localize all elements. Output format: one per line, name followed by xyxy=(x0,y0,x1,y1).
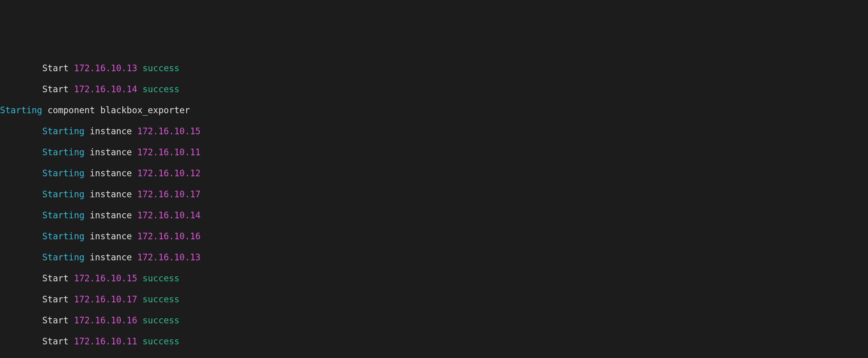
starting-label: Starting xyxy=(42,126,84,136)
instance-label: instance xyxy=(85,168,137,178)
instance-label: instance xyxy=(85,231,137,241)
starting-instance-row: Starting instance 172.16.10.15 xyxy=(0,126,868,137)
ip-address: 172.16.10.12 xyxy=(137,168,201,178)
component-name: component blackbox_exporter xyxy=(42,105,190,115)
ip-address: 172.16.10.14 xyxy=(137,210,201,220)
ip-address: 172.16.10.16 xyxy=(137,231,201,241)
start-success-row: Start 172.16.10.13 success xyxy=(0,63,868,74)
starting-label: Starting xyxy=(42,210,84,220)
status-success: success xyxy=(143,315,180,325)
start-success-row: Start 172.16.10.11 success xyxy=(0,336,868,347)
ip-address: 172.16.10.17 xyxy=(74,294,138,304)
starting-label: Starting xyxy=(0,105,42,115)
starting-instance-row: Starting instance 172.16.10.12 xyxy=(0,168,868,179)
instance-label: instance xyxy=(85,252,137,262)
ip-address: 172.16.10.17 xyxy=(137,189,201,199)
starting-instance-row: Starting instance 172.16.10.17 xyxy=(0,189,868,200)
action-label: Start xyxy=(42,336,69,346)
ip-address: 172.16.10.15 xyxy=(74,273,138,283)
starting-component-row: Starting component blackbox_exporter xyxy=(0,105,868,116)
start-success-row: Start 172.16.10.16 success xyxy=(0,315,868,326)
action-label: Start xyxy=(42,84,69,94)
action-label: Start xyxy=(42,63,69,73)
starting-instance-row: Starting instance 172.16.10.14 xyxy=(0,210,868,221)
status-success: success xyxy=(143,336,180,346)
terminal-output[interactable]: Start 172.16.10.13 success Start 172.16.… xyxy=(0,53,868,358)
status-success: success xyxy=(143,273,180,283)
starting-label: Starting xyxy=(42,252,84,262)
status-success: success xyxy=(143,63,180,73)
ip-address: 172.16.10.15 xyxy=(137,126,201,136)
status-success: success xyxy=(143,294,180,304)
status-success: success xyxy=(143,84,180,94)
instance-label: instance xyxy=(85,189,137,199)
action-label: Start xyxy=(42,315,69,325)
instance-label: instance xyxy=(85,126,137,136)
instance-label: instance xyxy=(85,147,137,157)
start-success-row: Start 172.16.10.14 success xyxy=(0,84,868,95)
starting-label: Starting xyxy=(42,231,84,241)
starting-instance-row: Starting instance 172.16.10.11 xyxy=(0,147,868,158)
action-label: Start xyxy=(42,273,69,283)
ip-address: 172.16.10.11 xyxy=(137,147,201,157)
ip-address: 172.16.10.13 xyxy=(74,63,138,73)
start-success-row: Start 172.16.10.15 success xyxy=(0,273,868,284)
ip-address: 172.16.10.14 xyxy=(74,84,138,94)
action-label: Start xyxy=(42,294,69,304)
starting-instance-row: Starting instance 172.16.10.16 xyxy=(0,231,868,242)
ip-address: 172.16.10.13 xyxy=(137,252,201,262)
instance-label: instance xyxy=(85,210,137,220)
ip-address: 172.16.10.16 xyxy=(74,315,138,325)
starting-label: Starting xyxy=(42,189,84,199)
start-success-row: Start 172.16.10.17 success xyxy=(0,294,868,305)
ip-address: 172.16.10.11 xyxy=(74,336,138,346)
starting-instance-row: Starting instance 172.16.10.13 xyxy=(0,252,868,263)
starting-label: Starting xyxy=(42,147,84,157)
starting-label: Starting xyxy=(42,168,84,178)
